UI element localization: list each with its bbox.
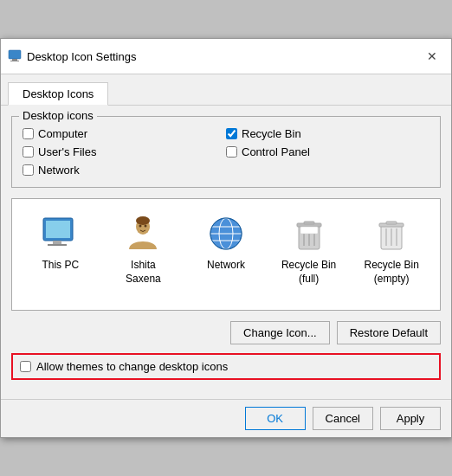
control-panel-label: Control Panel	[242, 145, 310, 158]
cancel-button[interactable]: Cancel	[313, 407, 373, 430]
recycle-bin-label: Recycle Bin	[242, 127, 301, 140]
recycle-bin-empty-icon	[371, 213, 412, 254]
svg-rect-4	[46, 221, 70, 238]
icon-network[interactable]: Network	[191, 209, 261, 276]
close-button[interactable]: ✕	[420, 44, 444, 68]
svg-rect-26	[386, 222, 397, 224]
users-files-checkbox[interactable]	[23, 146, 34, 158]
tab-bar: Desktop Icons	[1, 74, 451, 105]
tab-desktop-icons[interactable]: Desktop Icons	[8, 82, 108, 106]
checkbox-control-panel[interactable]: Control Panel	[226, 145, 429, 158]
desktop-icon	[8, 49, 22, 63]
svg-point-10	[136, 216, 150, 225]
ok-button[interactable]: OK	[245, 407, 306, 430]
computer-checkbox[interactable]	[23, 128, 34, 139]
network-label: Network	[207, 259, 245, 273]
recycle-empty-label: Recycle Bin (empty)	[364, 259, 418, 286]
svg-rect-1	[12, 59, 17, 61]
icon-recycle-empty[interactable]: Recycle Bin (empty)	[357, 209, 426, 289]
icon-recycle-full[interactable]: Recycle Bin (full)	[274, 209, 344, 289]
bottom-bar: OK Cancel Apply	[1, 399, 451, 437]
allow-themes-row: Allow themes to change desktop icons	[11, 353, 441, 380]
svg-rect-5	[53, 241, 61, 244]
icon-preview-area: This PC Ishita Saxena	[11, 198, 441, 311]
svg-rect-2	[10, 61, 19, 61]
checkbox-network[interactable]: Network	[23, 164, 226, 177]
recycle-bin-checkbox[interactable]	[226, 128, 237, 139]
recycle-bin-full-icon	[288, 213, 330, 254]
computer-label: Computer	[38, 127, 87, 140]
title-bar: Desktop Icon Settings ✕	[1, 39, 451, 74]
network-label: Network	[38, 164, 80, 177]
icon-this-pc[interactable]: This PC	[26, 209, 95, 276]
ishita-saxena-label: Ishita Saxena	[112, 259, 174, 286]
checkbox-recycle-bin[interactable]: Recycle Bin	[226, 127, 429, 140]
group-label: Desktop icons	[19, 109, 97, 122]
allow-themes-checkbox[interactable]	[20, 361, 31, 372]
svg-rect-19	[304, 222, 314, 224]
content-area: Desktop icons Computer Recycle Bin User'…	[1, 105, 451, 399]
svg-point-9	[145, 225, 147, 228]
checkbox-grid: Computer Recycle Bin User's Files Contro…	[23, 127, 429, 177]
svg-point-8	[139, 225, 142, 228]
checkbox-computer[interactable]: Computer	[23, 127, 226, 140]
allow-themes-label: Allow themes to change desktop icons	[36, 360, 228, 373]
icon-ishita-saxena[interactable]: Ishita Saxena	[108, 209, 178, 289]
svg-rect-0	[9, 50, 21, 59]
this-pc-label: This PC	[42, 259, 79, 273]
dialog-window: Desktop Icon Settings ✕ Desktop Icons De…	[0, 38, 452, 438]
checkbox-users-files[interactable]: User's Files	[23, 145, 226, 158]
ishita-saxena-icon	[122, 213, 164, 254]
window-title: Desktop Icon Settings	[27, 50, 420, 63]
change-icon-button[interactable]: Change Icon...	[230, 321, 330, 344]
recycle-full-label: Recycle Bin (full)	[281, 259, 336, 286]
users-files-label: User's Files	[38, 145, 97, 158]
network-icon	[205, 213, 247, 254]
svg-rect-23	[300, 227, 318, 234]
desktop-icons-group: Desktop icons Computer Recycle Bin User'…	[11, 116, 441, 188]
restore-default-button[interactable]: Restore Default	[337, 321, 441, 344]
this-pc-icon	[40, 213, 81, 254]
apply-button[interactable]: Apply	[380, 407, 441, 430]
control-panel-checkbox[interactable]	[226, 146, 237, 158]
svg-rect-6	[48, 244, 67, 246]
icon-action-row: Change Icon... Restore Default	[11, 321, 441, 344]
network-checkbox[interactable]	[23, 164, 34, 176]
